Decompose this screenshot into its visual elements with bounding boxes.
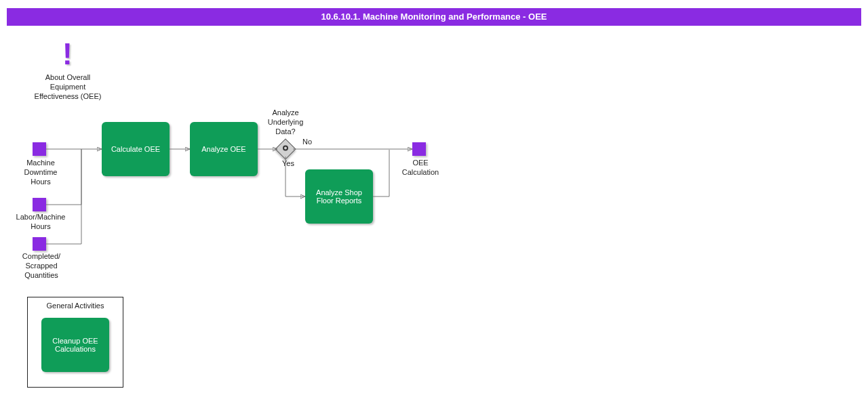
- output-oee-calculation-icon[interactable]: [412, 142, 426, 156]
- input-labor-machine-icon[interactable]: [33, 198, 46, 211]
- gateway-label: Analyze Underlying Data?: [260, 108, 311, 136]
- gateway-no-label: No: [302, 138, 312, 146]
- general-activities-container: General Activities Cleanup OEE Calculati…: [27, 297, 123, 388]
- input-completed-scrapped-label: Completed/ Scrapped Quantities: [11, 252, 72, 280]
- output-oee-calculation-label: OEE Calculation: [393, 159, 448, 178]
- exclamation-icon[interactable]: !: [62, 39, 73, 69]
- input-completed-scrapped-icon[interactable]: [33, 237, 46, 251]
- input-labor-machine-label: Labor/Machine Hours: [7, 213, 75, 232]
- input-machine-downtime-icon[interactable]: [33, 142, 46, 156]
- activity-cleanup-oee[interactable]: Cleanup OEE Calculations: [41, 318, 109, 372]
- general-activities-title: General Activities: [28, 297, 123, 311]
- input-machine-downtime-label: Machine Downtime Hours: [14, 159, 68, 186]
- activity-analyze-oee[interactable]: Analyze OEE: [190, 122, 258, 176]
- gateway-yes-label: Yes: [282, 159, 294, 167]
- gateway-analyze-data[interactable]: [275, 138, 296, 159]
- diagram-canvas: 10.6.10.1. Machine Monitoring and Perfor…: [0, 0, 868, 393]
- activity-calculate-oee[interactable]: Calculate OEE: [102, 122, 170, 176]
- page-title: 10.6.10.1. Machine Monitoring and Perfor…: [7, 8, 861, 26]
- info-about-oee-label: About Overall Equipment Effectiveness (O…: [20, 73, 115, 101]
- activity-analyze-shop-floor[interactable]: Analyze Shop Floor Reports: [305, 169, 373, 224]
- flow-edges: [0, 0, 868, 393]
